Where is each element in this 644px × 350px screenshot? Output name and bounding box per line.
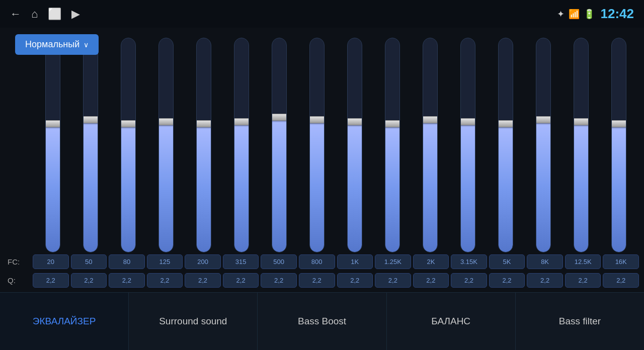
slider-thumb-1.25K[interactable] (385, 120, 400, 127)
slider-thumb-500[interactable] (272, 114, 287, 121)
slider-track-1.25K[interactable] (385, 38, 400, 252)
q-btn-20[interactable]: 2,2 (33, 273, 69, 288)
fc-btn-315[interactable]: 315 (223, 254, 259, 269)
fc-btn-2K[interactable]: 2K (413, 254, 449, 269)
slider-thumb-315[interactable] (234, 118, 249, 125)
back-icon[interactable]: ← (10, 8, 21, 21)
sliders-container (5, 33, 639, 252)
preset-button[interactable]: Нормальный ∨ (15, 34, 99, 55)
fc-btn-1.25K[interactable]: 1.25K (375, 254, 411, 269)
slider-track-80[interactable] (121, 38, 136, 252)
slider-track-500[interactable] (272, 38, 287, 252)
slider-fill-80 (121, 124, 135, 252)
fc-btn-50[interactable]: 50 (71, 254, 107, 269)
slider-thumb-20[interactable] (45, 120, 60, 127)
q-btn-2K[interactable]: 2,2 (413, 273, 449, 288)
fc-btn-16K[interactable]: 16K (603, 254, 639, 269)
slider-thumb-16K[interactable] (611, 120, 626, 127)
home-icon[interactable]: ⌂ (31, 8, 38, 21)
slider-track-8K[interactable] (536, 38, 551, 252)
tab-bar: ЭКВАЛАЙЗЕРSurround soundBass BoostБАЛАНС… (0, 292, 644, 350)
q-btn-5K[interactable]: 2,2 (489, 273, 525, 288)
fc-btn-80[interactable]: 80 (109, 254, 145, 269)
preset-label: Нормальный (25, 39, 79, 50)
fc-btn-200[interactable]: 200 (185, 254, 221, 269)
slider-track-5K[interactable] (498, 38, 513, 252)
slider-fill-20 (46, 124, 60, 252)
slider-thumb-2K[interactable] (423, 116, 438, 123)
slider-thumb-8K[interactable] (536, 116, 551, 123)
slider-fill-200 (197, 124, 211, 252)
window-icon[interactable]: ⬜ (48, 8, 61, 21)
q-btn-50[interactable]: 2,2 (71, 273, 107, 288)
time-display: 12:42 (601, 6, 634, 22)
tab-bass-boost[interactable]: Bass Boost (258, 293, 386, 350)
status-icons: ✦ 📶 🔋 (557, 9, 595, 20)
slider-fill-16K (612, 124, 626, 252)
slider-thumb-12.5K[interactable] (574, 118, 589, 125)
slider-track-1K[interactable] (347, 38, 362, 252)
q-btn-125[interactable]: 2,2 (147, 273, 183, 288)
slider-thumb-3.15K[interactable] (460, 118, 475, 125)
slider-track-16K[interactable] (611, 38, 626, 252)
tab-bass-filter[interactable]: Bass filter (516, 293, 644, 350)
slider-column-3.15K (450, 38, 486, 252)
fc-btn-5K[interactable]: 5K (489, 254, 525, 269)
play-icon[interactable]: ▶ (71, 8, 80, 21)
fc-btn-125[interactable]: 125 (147, 254, 183, 269)
q-btn-8K[interactable]: 2,2 (527, 273, 563, 288)
slider-fill-315 (234, 122, 249, 252)
slider-track-20[interactable] (45, 38, 60, 252)
slider-track-125[interactable] (158, 38, 174, 252)
slider-track-800[interactable] (309, 38, 325, 252)
slider-fill-5K (499, 124, 513, 252)
status-bar: ← ⌂ ⬜ ▶ ✦ 📶 🔋 12:42 (0, 0, 644, 28)
slider-column-8K (525, 38, 561, 252)
q-btn-1.25K[interactable]: 2,2 (375, 273, 411, 288)
slider-thumb-200[interactable] (196, 120, 211, 127)
slider-track-200[interactable] (196, 38, 211, 252)
q-btn-315[interactable]: 2,2 (223, 273, 259, 288)
slider-column-50 (73, 38, 109, 252)
slider-track-50[interactable] (83, 38, 98, 252)
fc-btn-500[interactable]: 500 (261, 254, 297, 269)
q-label: Q: (5, 276, 33, 285)
q-btn-800[interactable]: 2,2 (299, 273, 335, 288)
eq-area: FC: 2050801252003155008001K1.25K2K3.15K5… (0, 28, 644, 292)
slider-thumb-800[interactable] (309, 116, 325, 123)
q-btn-80[interactable]: 2,2 (109, 273, 145, 288)
slider-column-1.25K (374, 38, 410, 252)
slider-column-5K (488, 38, 523, 252)
slider-column-500 (262, 38, 297, 252)
tab-эквалайзер[interactable]: ЭКВАЛАЙЗЕР (0, 293, 129, 350)
fc-btn-12.5K[interactable]: 12.5K (565, 254, 601, 269)
tab-баланс[interactable]: БАЛАНС (387, 293, 516, 350)
fc-btn-3.15K[interactable]: 3.15K (451, 254, 487, 269)
bluetooth-icon: ✦ (557, 9, 565, 20)
slider-thumb-80[interactable] (121, 120, 136, 127)
slider-track-3.15K[interactable] (460, 38, 475, 252)
q-btn-200[interactable]: 2,2 (185, 273, 221, 288)
wifi-icon: 📶 (569, 9, 580, 20)
q-btn-12.5K[interactable]: 2,2 (565, 273, 601, 288)
fc-btn-1K[interactable]: 1K (337, 254, 373, 269)
q-btn-3.15K[interactable]: 2,2 (451, 273, 487, 288)
fc-btn-20[interactable]: 20 (33, 254, 69, 269)
fc-btn-800[interactable]: 800 (299, 254, 335, 269)
tab-surround-sound[interactable]: Surround sound (129, 293, 258, 350)
slider-fill-12.5K (574, 122, 588, 252)
slider-column-800 (299, 38, 335, 252)
slider-thumb-50[interactable] (83, 116, 98, 123)
q-btn-1K[interactable]: 2,2 (337, 273, 373, 288)
q-btn-16K[interactable]: 2,2 (603, 273, 639, 288)
fc-btn-8K[interactable]: 8K (527, 254, 563, 269)
slider-track-315[interactable] (234, 38, 249, 252)
slider-thumb-5K[interactable] (498, 120, 513, 127)
slider-track-12.5K[interactable] (574, 38, 589, 252)
slider-track-2K[interactable] (423, 38, 438, 252)
slider-fill-125 (159, 122, 173, 252)
slider-thumb-125[interactable] (158, 118, 174, 125)
slider-thumb-1K[interactable] (347, 118, 362, 125)
q-btn-500[interactable]: 2,2 (261, 273, 297, 288)
slider-fill-500 (272, 117, 286, 252)
